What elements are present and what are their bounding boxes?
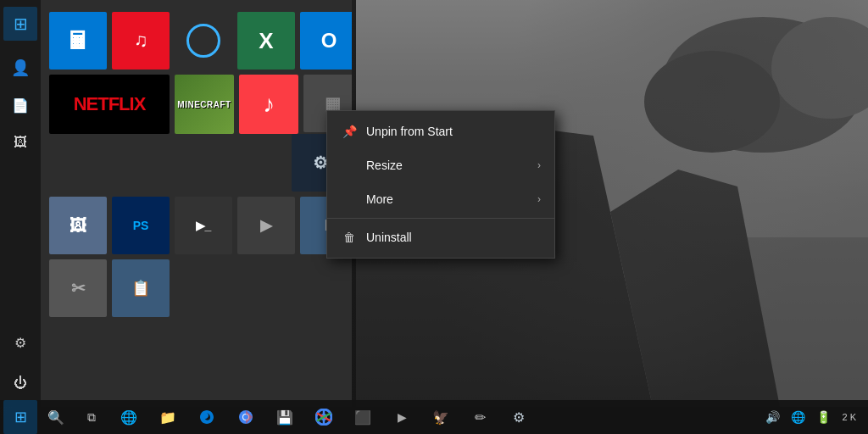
ctx-more[interactable]: More › [327, 182, 554, 216]
resize-arrow-icon: › [537, 159, 541, 171]
tile-excel[interactable]: X [237, 12, 295, 70]
tile-minecraft[interactable]: MINECRAFT [175, 75, 234, 134]
tile-netflix[interactable]: NETFLIX [49, 75, 170, 134]
taskbar-news-app[interactable]: 🌐 [110, 400, 147, 434]
ctx-resize[interactable]: Resize › [327, 148, 554, 182]
start-button[interactable]: ⊞ [3, 7, 37, 41]
tile-terminal[interactable]: ▶_ [175, 197, 232, 254]
tiles-area: 🖩 ♫ X O W NETFLIX [41, 0, 352, 407]
sidebar-item-documents[interactable]: 📄 [3, 88, 37, 122]
taskbar-disk-app[interactable]: ⬛ [344, 400, 381, 434]
sidebar-item-settings[interactable]: ⚙ [3, 326, 37, 359]
taskbar-explorer-app[interactable]: 📁 [149, 400, 186, 434]
uninstall-icon: 🗑 [341, 229, 358, 246]
tray-volume-icon[interactable]: 🔊 [760, 400, 784, 434]
sidebar: ⊞ 👤 📄 🖼 ⚙ ⏻ [0, 0, 41, 407]
tile-powershell[interactable]: PS [112, 197, 170, 254]
taskbar: ⊞ 🔍 ⧉ 🌐 📁 💾 ⬛ ▶ 🦅 ✏ ⚙ 🔊 🌐 🔋 [0, 400, 868, 434]
more-icon [341, 191, 358, 208]
context-menu-divider [327, 218, 554, 219]
start-menu: ⊞ 👤 📄 🖼 ⚙ ⏻ 🖩 ♫ [0, 0, 352, 407]
tile-groove-music[interactable]: ♫ [112, 12, 170, 70]
taskbar-start-button[interactable]: ⊞ [3, 400, 37, 434]
unpin-icon: 📌 [341, 123, 358, 140]
taskbar-steam-app[interactable]: ⚙ [500, 400, 537, 434]
taskbar-taskview-button[interactable]: ⧉ [75, 400, 108, 434]
tile-videos[interactable]: ▶ [237, 197, 295, 254]
tray-battery-icon[interactable]: 🔋 [811, 400, 835, 434]
tile-snip[interactable]: ✂ [49, 259, 107, 317]
ctx-uninstall-label: Uninstall [366, 231, 541, 244]
ctx-uninstall[interactable]: 🗑 Uninstall [327, 220, 554, 254]
tile-outlook[interactable]: O [300, 12, 352, 70]
tile-itunes[interactable]: ♪ [239, 75, 298, 134]
svg-point-12 [243, 415, 248, 420]
sidebar-item-power[interactable]: ⏻ [3, 366, 37, 400]
ctx-unpin-from-start[interactable]: 📌 Unpin from Start [327, 114, 554, 148]
tile-app7[interactable]: 📋 [112, 259, 170, 317]
tray-clock[interactable]: 2 K [837, 411, 861, 423]
sidebar-item-user[interactable]: 👤 [3, 51, 37, 85]
tray-network-icon[interactable]: 🌐 [786, 400, 810, 434]
taskbar-eagle-app[interactable]: 🦅 [422, 400, 459, 434]
tray-time: 2 K [842, 411, 856, 423]
taskbar-design-app[interactable]: ✏ [461, 400, 498, 434]
tile-calculator[interactable]: 🖩 [49, 12, 107, 70]
tile-cortana[interactable] [175, 12, 232, 70]
taskbar-chrome-app[interactable] [227, 400, 264, 434]
ctx-resize-label: Resize [366, 159, 529, 172]
taskbar-search-button[interactable]: 🔍 [39, 400, 73, 434]
systray: 🔊 🌐 🔋 2 K [757, 400, 865, 434]
more-arrow-icon: › [537, 193, 541, 205]
sidebar-item-pictures[interactable]: 🖼 [3, 125, 37, 159]
tile-app1[interactable]: 🖼 [49, 197, 107, 254]
taskbar-app1[interactable]: 💾 [266, 400, 303, 434]
resize-icon [341, 157, 358, 174]
taskbar-edge-app[interactable] [188, 400, 225, 434]
ctx-more-label: More [366, 192, 529, 206]
taskbar-chrome2-app[interactable] [305, 400, 342, 434]
svg-point-3 [644, 51, 780, 153]
context-menu: 📌 Unpin from Start Resize › More › 🗑 Uni… [326, 110, 555, 259]
taskbar-terminal-app[interactable]: ▶ [383, 400, 420, 434]
ctx-unpin-label: Unpin from Start [366, 125, 541, 138]
